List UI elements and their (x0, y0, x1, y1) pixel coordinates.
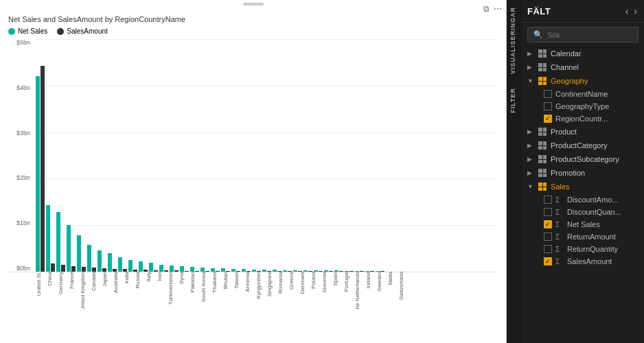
drag-handle[interactable] (243, 3, 264, 5)
sigma-icon: Σ (555, 196, 564, 204)
bar-group[interactable] (36, 66, 45, 272)
bar-group[interactable] (190, 267, 199, 272)
bar-net-sales[interactable] (108, 253, 112, 272)
sidebar-vertical-tabs: VISUALISERINGAR FILTER (507, 0, 522, 343)
field-header-calendar[interactable]: ▶Calendar (522, 47, 644, 60)
field-header-productsubcategory[interactable]: ▶ProductSubcategory (522, 152, 644, 166)
bar-net-sales[interactable] (36, 76, 40, 272)
field-child-continentname[interactable]: ContinentName (538, 88, 644, 100)
bar-group[interactable] (87, 245, 96, 272)
field-name: Product (551, 128, 577, 136)
bar-group[interactable] (118, 257, 127, 272)
field-group: ▶ProductSubcategory (522, 152, 644, 166)
bar-group[interactable] (128, 260, 137, 272)
bar-net-sales[interactable] (56, 212, 60, 272)
checkbox[interactable] (544, 102, 552, 110)
bar-net-sales[interactable] (149, 263, 153, 272)
chevron-right-icon: ▶ (527, 142, 534, 149)
bars-container (36, 39, 498, 272)
child-field-name: RegionCountr... (555, 115, 608, 123)
checkbox[interactable] (544, 233, 552, 241)
fields-list: ▶Calendar▶Channel▼GeographyContinentName… (522, 47, 644, 343)
bar-net-sales[interactable] (67, 225, 71, 272)
bar-group[interactable] (149, 263, 158, 272)
field-header-productcategory[interactable]: ▶ProductCategory (522, 139, 644, 152)
bar-net-sales[interactable] (97, 250, 102, 272)
checkbox[interactable]: ✓ (544, 257, 552, 265)
x-label: Syria (179, 272, 188, 284)
window-icon[interactable]: ⧉ (483, 4, 490, 14)
bar-net-sales[interactable] (77, 235, 81, 272)
field-child-regioncountr[interactable]: ✓RegionCountr... (538, 113, 644, 125)
field-header-sales[interactable]: ▼Sales (522, 180, 644, 193)
bar-sales-amount[interactable] (82, 267, 86, 272)
bar-net-sales[interactable] (118, 257, 122, 272)
tab-visualiseringar[interactable]: VISUALISERINGAR (507, 0, 522, 81)
checkbox[interactable] (544, 196, 552, 204)
bar-sales-amount[interactable] (71, 266, 76, 272)
chart-area: $5bn $4bn $3bn $2bn $1bn $0bn United St.… (8, 39, 498, 272)
bar-net-sales[interactable] (159, 265, 163, 272)
bar-net-sales[interactable] (180, 266, 184, 272)
bar-group[interactable] (170, 265, 179, 272)
tab-filter[interactable]: FILTER (507, 81, 522, 120)
bar-group[interactable] (97, 250, 106, 272)
checkbox[interactable] (544, 208, 552, 216)
sigma-icon: Σ (555, 258, 564, 265)
x-label: France (69, 272, 78, 289)
child-field-name: Net Sales (567, 220, 600, 228)
bar-group[interactable] (159, 265, 168, 272)
search-input[interactable] (547, 31, 632, 39)
bar-group[interactable] (77, 235, 86, 272)
x-label: Canada (91, 272, 100, 291)
field-header-channel[interactable]: ▶Channel (522, 60, 644, 74)
bar-net-sales[interactable] (190, 267, 194, 272)
field-child-netsales[interactable]: ✓ΣNet Sales (538, 218, 644, 230)
bar-sales-amount[interactable] (41, 66, 45, 272)
nav-back[interactable]: ‹ (624, 5, 630, 16)
bar-group[interactable] (139, 261, 148, 272)
field-child-discountquan[interactable]: ΣDiscountQuan... (538, 206, 644, 218)
nav-forward[interactable]: › (632, 5, 639, 16)
field-name: Channel (551, 63, 579, 71)
field-header-product[interactable]: ▶Product (522, 125, 644, 139)
checkbox[interactable]: ✓ (544, 220, 552, 228)
field-name: ProductSubcategory (551, 155, 619, 163)
bar-group[interactable] (46, 205, 55, 272)
field-child-geographytype[interactable]: GeographyType (538, 100, 644, 113)
bar-net-sales[interactable] (139, 261, 143, 272)
checkbox[interactable]: ✓ (544, 115, 552, 123)
x-label: Armenia (244, 272, 254, 292)
chart-title: Net Sales and SalesAmount by RegionCount… (3, 5, 503, 26)
bar-net-sales[interactable] (46, 205, 50, 272)
bar-sales-amount[interactable] (61, 265, 65, 272)
legend-label-sales-amount: SalesAmount (67, 27, 107, 35)
field-child-salesamount[interactable]: ✓ΣSalesAmount (538, 255, 644, 268)
more-icon[interactable]: ⋯ (494, 4, 502, 14)
table-icon (538, 77, 547, 85)
x-label: Turkmenistan (168, 272, 177, 305)
field-child-returnquantity[interactable]: ΣReturnQuantity (538, 243, 644, 255)
field-header-promotion[interactable]: ▶Promotion (522, 166, 644, 180)
x-label: Spain (332, 272, 342, 285)
bar-net-sales[interactable] (170, 265, 174, 272)
field-child-returnamount[interactable]: ΣReturnAmount (538, 230, 644, 243)
x-label: Denmark (299, 272, 309, 294)
bar-sales-amount[interactable] (51, 263, 55, 272)
field-name: Geography (551, 77, 588, 85)
field-child-discountamo[interactable]: ΣDiscountAmo... (538, 193, 644, 206)
child-field-name: ReturnQuantity (567, 245, 618, 253)
bar-group[interactable] (108, 253, 117, 272)
checkbox[interactable] (544, 90, 552, 98)
x-label: Germany (58, 272, 67, 294)
bar-group[interactable] (56, 212, 65, 272)
chevron-right-icon: ▶ (527, 64, 534, 71)
search-box[interactable]: 🔍 (527, 27, 639, 43)
field-header-geography[interactable]: ▼Geography (522, 74, 644, 88)
checkbox[interactable] (544, 245, 552, 253)
bar-net-sales[interactable] (128, 260, 133, 272)
bar-group[interactable] (67, 225, 76, 272)
bar-group[interactable] (180, 266, 189, 272)
sigma-icon: Σ (555, 221, 564, 228)
bar-net-sales[interactable] (87, 245, 91, 272)
